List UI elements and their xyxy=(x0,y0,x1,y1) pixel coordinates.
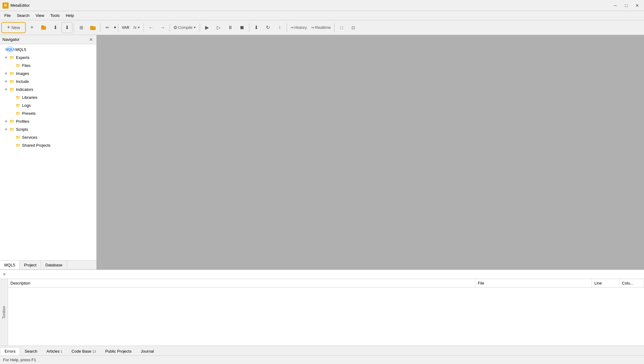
sep4 xyxy=(144,23,144,32)
profiles-label: Profiles xyxy=(16,119,29,124)
tab-journal[interactable]: Journal xyxy=(136,347,159,355)
services-expand-placeholder xyxy=(9,134,15,140)
logs-folder-icon: 📁 xyxy=(15,103,21,108)
indicators-expand-icon: ⊕ xyxy=(3,86,9,92)
include-label: Include xyxy=(16,79,29,84)
mql5-icon: MQL5 xyxy=(7,47,13,52)
stop-button[interactable]: ⏹ xyxy=(236,22,247,33)
compile-button[interactable]: ⚙ Compile ▼ xyxy=(171,22,198,33)
history-label: History xyxy=(294,25,307,30)
tab-mql5[interactable]: MQL5 xyxy=(0,261,20,269)
open-folder-button[interactable] xyxy=(38,22,49,33)
close-button[interactable]: ✕ xyxy=(633,2,642,9)
presets-label: Presets xyxy=(22,111,36,116)
navigator-header: Navigator ✕ xyxy=(0,35,96,44)
pause-button[interactable]: ⏸ xyxy=(225,22,236,33)
var-button[interactable]: VAR xyxy=(120,22,131,33)
menu-item-view[interactable]: View xyxy=(33,12,47,19)
extra-btn1[interactable]: □ xyxy=(336,22,347,33)
files-folder-icon: 📁 xyxy=(15,63,21,68)
libraries-expand-placeholder xyxy=(9,94,15,100)
tree-item-shared-projects[interactable]: 📁 Shared Projects xyxy=(0,141,96,149)
maximize-button[interactable]: □ xyxy=(622,2,631,9)
shared-projects-folder-icon: 📁 xyxy=(15,142,21,148)
mql5-label: MQL5 xyxy=(15,47,26,52)
navigator-close-button[interactable]: ✕ xyxy=(88,37,94,42)
tab-public-projects[interactable]: Public Projects xyxy=(101,347,136,355)
step-over-button[interactable]: ↻ xyxy=(263,22,274,33)
logs-label: Logs xyxy=(22,103,31,108)
tree-item-libraries[interactable]: 📁 Libraries xyxy=(0,93,96,101)
bottom-panel-header: ✕ xyxy=(0,270,644,279)
tree-item-logs[interactable]: 📁 Logs xyxy=(0,101,96,109)
fx-button[interactable]: fx ▼ xyxy=(132,22,142,33)
shared-projects-expand-placeholder xyxy=(9,142,15,148)
tab-errors-label: Errors xyxy=(5,349,15,354)
tab-project[interactable]: Project xyxy=(20,261,41,269)
content-area xyxy=(97,35,644,269)
files-label: Files xyxy=(22,63,30,68)
shared-projects-label: Shared Projects xyxy=(22,143,51,148)
tab-public-projects-label: Public Projects xyxy=(105,349,132,354)
libraries-label: Libraries xyxy=(22,95,37,100)
back-button[interactable]: ← xyxy=(145,22,156,33)
tree-item-files[interactable]: 📁 Files xyxy=(0,61,96,69)
status-text: For Help, press F1 xyxy=(3,358,36,362)
compile-icon: ⚙ xyxy=(173,25,177,30)
minimize-button[interactable]: ─ xyxy=(611,2,619,9)
col-description-header: Description xyxy=(8,279,475,287)
images-folder-icon: 📁 xyxy=(9,71,15,76)
extra-btn2[interactable]: ⊡ xyxy=(348,22,359,33)
history-button[interactable]: ⇒ History xyxy=(289,22,309,33)
tree-item-presets[interactable]: 📁 Presets xyxy=(0,109,96,117)
toolbox-side: Toolbox xyxy=(0,279,8,346)
tab-database[interactable]: Database xyxy=(41,261,67,269)
tree-item-mql5[interactable]: MQL5 MQL5 xyxy=(0,45,96,53)
sep2 xyxy=(100,23,100,32)
edit-button[interactable]: ✏ xyxy=(102,22,113,33)
tree-item-include[interactable]: ⊕ 📁 Include xyxy=(0,77,96,85)
toolbox-label[interactable]: Toolbox xyxy=(2,306,6,319)
tree-item-scripts[interactable]: ⊕ 📁 Scripts xyxy=(0,125,96,133)
menu-bar: FileSearchViewToolsHelp xyxy=(0,11,644,20)
menu-item-help[interactable]: Help xyxy=(63,12,77,19)
menu-item-file[interactable]: File xyxy=(1,12,14,19)
tab-articles[interactable]: Articles 1 xyxy=(42,347,67,355)
scripts-folder-icon: 📁 xyxy=(9,126,15,132)
forward-button[interactable]: → xyxy=(157,22,168,33)
tree-item-services[interactable]: 📁 Services xyxy=(0,133,96,141)
breakpoint-button[interactable]: ⬇ xyxy=(251,22,262,33)
play2-button[interactable]: ▷ xyxy=(213,22,224,33)
tab-codebase[interactable]: Code Base 13 xyxy=(67,347,101,355)
tab-errors[interactable]: Errors xyxy=(0,347,20,355)
bottom-table-header: Description File Line Colu... xyxy=(8,279,644,288)
services-label: Services xyxy=(22,135,37,140)
step-out-button[interactable]: ↑ xyxy=(274,22,285,33)
sep6 xyxy=(200,23,200,32)
tree-item-images[interactable]: ⊕ 📁 Images xyxy=(0,69,96,77)
tab-search-label: Search xyxy=(25,349,37,354)
folder-view-button[interactable] xyxy=(87,22,98,33)
var-icon: VAR xyxy=(122,25,129,30)
menu-item-search[interactable]: Search xyxy=(14,12,33,19)
tree-item-indicators[interactable]: ⊕ 📁 Indicators xyxy=(0,85,96,93)
download2-button[interactable]: ⬇ xyxy=(61,22,72,33)
list-view-button[interactable]: ⊞ xyxy=(76,22,87,33)
compile-label: Compile xyxy=(178,25,193,30)
tree-item-profiles[interactable]: ⊕ 📁 Profiles xyxy=(0,117,96,125)
play-button[interactable]: ▶ xyxy=(201,22,213,33)
tree-item-experts[interactable]: ⊕ 📁 Experts xyxy=(0,53,96,61)
download-button[interactable]: ⬇ xyxy=(50,22,61,33)
edit-dropdown[interactable]: ▼ xyxy=(113,26,117,29)
presets-expand-placeholder xyxy=(9,110,15,116)
realtime-button[interactable]: ⇒ Realtime xyxy=(309,22,332,33)
profiles-expand-icon: ⊕ xyxy=(3,118,9,124)
bottom-close-button[interactable]: ✕ xyxy=(1,271,7,277)
add-button[interactable]: + xyxy=(26,22,37,33)
tab-search[interactable]: Search xyxy=(20,347,42,355)
menu-item-tools[interactable]: Tools xyxy=(47,12,63,19)
realtime-label: Realtime xyxy=(315,25,331,30)
sep3 xyxy=(118,23,118,32)
new-button[interactable]: + New xyxy=(1,22,26,33)
tab-codebase-label: Code Base xyxy=(71,349,91,354)
